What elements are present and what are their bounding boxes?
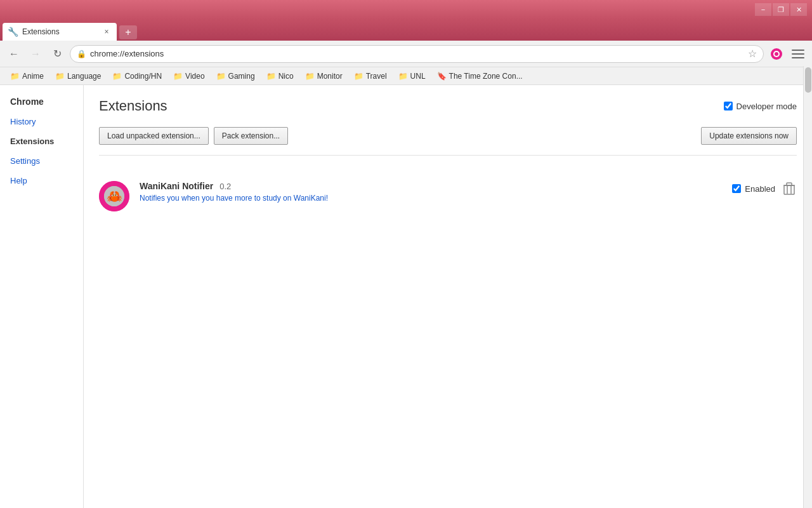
folder-icon: 📁	[354, 72, 363, 81]
bookmark-anime[interactable]: 📁 Anime	[5, 70, 49, 83]
bookmark-label: Nico	[278, 72, 294, 81]
extension-name-row: WaniKani Notifier 0.2	[140, 181, 722, 191]
svg-line-11	[118, 187, 120, 191]
bookmark-label: UNL	[410, 72, 426, 81]
url-scheme-icon: 🔒	[77, 50, 86, 58]
folder-icon: 📁	[112, 72, 122, 81]
bookmark-video[interactable]: 📁 Video	[168, 70, 209, 83]
folder-icon: 📁	[216, 72, 226, 81]
extension-version: 0.2	[219, 182, 231, 191]
sidebar-item-help[interactable]: Help	[0, 171, 83, 190]
wanikani-logo-svg	[99, 181, 129, 211]
content-area: Extensions Developer mode Load unpacked …	[84, 85, 812, 508]
minimize-button[interactable]: −	[755, 3, 771, 16]
folder-icon: 📁	[10, 72, 20, 81]
bookmark-label: Travel	[366, 72, 387, 81]
new-tab-button[interactable]: +	[119, 25, 137, 39]
bookmark-nico[interactable]: 📁 Nico	[261, 70, 299, 83]
scrollbar[interactable]	[803, 66, 812, 508]
bookmark-label: Anime	[22, 72, 44, 81]
extension-item-wanikani: WaniKani Notifier 0.2 Notifies you when …	[99, 171, 797, 222]
bookmarks-bar: 📁 Anime 📁 Language 📁 Coding/HN 📁 Video 📁…	[0, 67, 812, 85]
folder-icon: 📁	[173, 72, 183, 81]
tab-title: Extensions	[22, 27, 98, 36]
svg-rect-12	[784, 185, 794, 194]
toolbar-icons	[768, 45, 807, 63]
restore-button[interactable]: ❐	[773, 3, 789, 16]
bookmark-codinghn[interactable]: 📁 Coding/HN	[107, 70, 167, 83]
bookmark-label: Language	[67, 72, 101, 81]
tab-close-button[interactable]: ×	[102, 27, 112, 37]
bookmark-monitor[interactable]: 📁 Monitor	[300, 70, 348, 83]
chrome-extensions-icon	[770, 48, 783, 60]
active-tab[interactable]: 🔧 Extensions ×	[3, 23, 117, 41]
sidebar: Chrome History Extensions Settings Help	[0, 85, 84, 508]
url-text: chrome://extensions	[90, 49, 744, 58]
trash-icon	[783, 182, 795, 195]
extension-logo	[99, 181, 129, 211]
page-title: Extensions	[99, 98, 167, 114]
sidebar-item-settings[interactable]: Settings	[0, 151, 83, 171]
extension-info: WaniKani Notifier 0.2 Notifies you when …	[140, 181, 722, 203]
svg-point-7	[115, 192, 119, 197]
bookmark-star-icon[interactable]: ☆	[748, 48, 757, 60]
folder-icon: 📁	[55, 72, 65, 81]
svg-point-6	[110, 192, 114, 197]
content-header: Extensions Developer mode	[99, 98, 797, 114]
title-bar: − ❐ ✕	[0, 0, 812, 19]
chrome-menu-button[interactable]	[789, 45, 807, 63]
svg-point-5	[108, 190, 121, 203]
developer-mode-checkbox[interactable]	[724, 102, 733, 110]
extension-name: WaniKani Notifier	[140, 181, 213, 191]
developer-mode-label[interactable]: Developer mode	[737, 102, 797, 111]
svg-line-10	[108, 187, 110, 191]
folder-icon: 📁	[398, 72, 408, 81]
update-extensions-button[interactable]: Update extensions now	[701, 127, 797, 145]
tab-icon: 🔧	[8, 27, 18, 37]
sidebar-item-extensions[interactable]: Extensions	[0, 131, 83, 151]
bookmark-unl[interactable]: 📁 UNL	[393, 70, 431, 83]
bookmark-label: The Time Zone Con...	[449, 72, 523, 81]
tab-bar: 🔧 Extensions × +	[0, 19, 812, 41]
bookmark-label: Coding/HN	[124, 72, 162, 81]
sidebar-item-history[interactable]: History	[0, 112, 83, 131]
folder-icon: 📁	[305, 72, 315, 81]
bookmark-label: Monitor	[317, 72, 343, 81]
extension-description: Notifies you when you have more to study…	[140, 194, 722, 203]
reload-button[interactable]: ↻	[48, 45, 66, 63]
bookmark-label: Gaming	[228, 72, 255, 81]
extensions-menu-button[interactable]	[768, 45, 785, 63]
extension-list: WaniKani Notifier 0.2 Notifies you when …	[99, 171, 797, 222]
hamburger-menu-icon	[792, 50, 804, 58]
svg-rect-16	[787, 183, 792, 185]
folder-icon: 📁	[266, 72, 276, 81]
enabled-checkbox[interactable]	[732, 184, 741, 193]
developer-mode-control: Developer mode	[724, 102, 797, 111]
svg-point-3	[99, 181, 129, 211]
bookmark-page-icon: 🔖	[437, 72, 447, 81]
address-bar: ← → ↻ 🔒 chrome://extensions ☆	[0, 41, 812, 67]
back-button[interactable]: ←	[5, 45, 23, 63]
bookmark-label: Video	[185, 72, 204, 81]
svg-point-9	[116, 194, 118, 196]
svg-point-2	[775, 52, 778, 56]
load-unpacked-button[interactable]: Load unpacked extension...	[99, 127, 209, 145]
forward-button: →	[27, 45, 44, 63]
bookmark-language[interactable]: 📁 Language	[50, 70, 106, 83]
svg-point-4	[104, 186, 124, 206]
svg-point-8	[111, 194, 113, 196]
bookmark-gaming[interactable]: 📁 Gaming	[211, 70, 260, 83]
bookmark-travel[interactable]: 📁 Travel	[349, 70, 392, 83]
close-button[interactable]: ✕	[790, 3, 807, 16]
enabled-label[interactable]: Enabled	[745, 184, 775, 194]
pack-extension-button[interactable]: Pack extension...	[214, 127, 288, 145]
scrollbar-thumb[interactable]	[805, 67, 811, 93]
url-bar[interactable]: 🔒 chrome://extensions ☆	[70, 45, 764, 63]
main-layout: Chrome History Extensions Settings Help …	[0, 85, 812, 508]
developer-toolbar: Load unpacked extension... Pack extensio…	[99, 127, 797, 156]
bookmark-timezone[interactable]: 🔖 The Time Zone Con...	[432, 70, 528, 83]
delete-extension-button[interactable]	[782, 181, 797, 196]
extension-controls: Enabled	[732, 181, 797, 196]
sidebar-heading: Chrome	[0, 91, 83, 112]
enabled-control: Enabled	[732, 184, 775, 194]
